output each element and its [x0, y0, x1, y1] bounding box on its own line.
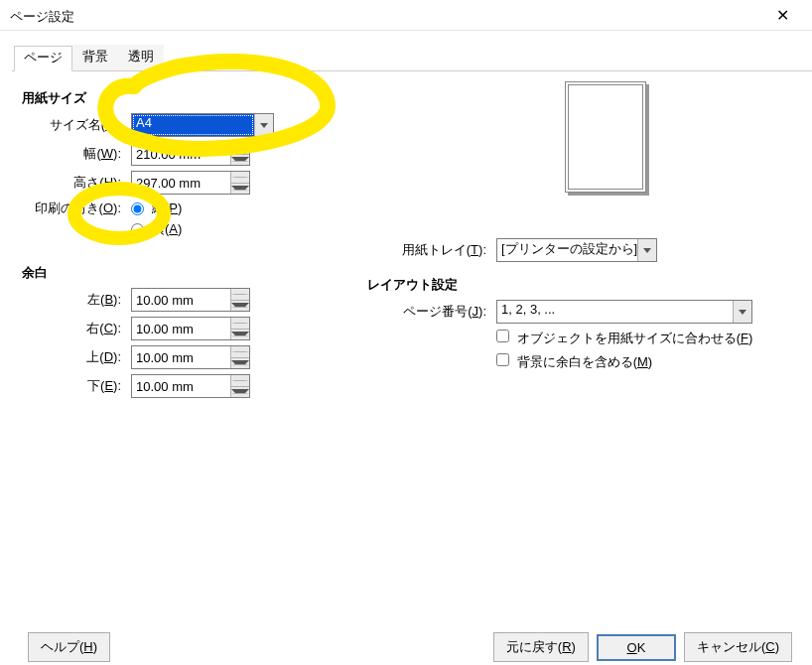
- dropdown-button-icon[interactable]: [733, 301, 751, 323]
- orientation-landscape-label[interactable]: 横(A): [152, 220, 182, 238]
- paper-tray-label: 用紙トレイ(T):: [367, 241, 496, 259]
- cancel-button[interactable]: キャンセル(C): [684, 632, 792, 662]
- fit-objects-label[interactable]: オブジェクトを用紙サイズに合わせる(F): [517, 331, 753, 345]
- chevron-down-icon: [260, 123, 268, 128]
- margin-top-input[interactable]: [132, 346, 230, 368]
- bg-margin-label[interactable]: 背景に余白を含める(M): [517, 354, 653, 369]
- height-spinner[interactable]: [131, 171, 250, 195]
- spinner-down-icon[interactable]: [231, 330, 249, 340]
- margin-top-spinner[interactable]: [131, 345, 250, 369]
- width-label: 幅(W):: [22, 145, 131, 163]
- chevron-down-icon: [643, 248, 651, 253]
- window-title: ページ設定: [10, 5, 762, 26]
- spinner-down-icon[interactable]: [231, 184, 249, 195]
- spinner-up-icon[interactable]: [231, 289, 249, 301]
- chevron-down-icon: [739, 310, 746, 315]
- orientation-label: 印刷の向き(O):: [22, 200, 131, 217]
- height-input[interactable]: [132, 172, 230, 194]
- margin-top-label: 上(D):: [22, 348, 131, 366]
- margin-right-input[interactable]: [132, 318, 230, 339]
- size-name-label: サイズ名(F):: [22, 116, 131, 134]
- margin-bottom-label: 下(E):: [22, 377, 131, 395]
- spinner-down-icon[interactable]: [231, 358, 249, 369]
- bg-margin-checkbox[interactable]: [496, 353, 509, 366]
- orientation-landscape-radio[interactable]: [131, 223, 144, 236]
- height-label: 高さ(H):: [22, 174, 131, 192]
- ok-button[interactable]: OK: [597, 634, 676, 661]
- dropdown-button-icon[interactable]: [254, 114, 273, 136]
- spinner-up-icon[interactable]: [231, 318, 249, 330]
- fit-objects-checkbox[interactable]: [496, 330, 509, 342]
- size-name-dropdown[interactable]: A4: [131, 113, 274, 137]
- dropdown-button-icon[interactable]: [637, 239, 656, 261]
- tab-transparent[interactable]: 透明: [118, 45, 164, 70]
- width-input[interactable]: [132, 143, 230, 165]
- spinner-up-icon[interactable]: [231, 143, 249, 155]
- pagenum-value: 1, 2, 3, ...: [497, 301, 733, 323]
- orientation-portrait-radio[interactable]: [131, 202, 144, 215]
- width-spinner[interactable]: [131, 142, 250, 166]
- margin-right-spinner[interactable]: [131, 317, 250, 340]
- page-preview: [417, 81, 794, 196]
- tab-strip: ページ 背景 透明: [12, 45, 812, 71]
- help-button[interactable]: ヘルプ(H): [28, 632, 110, 662]
- pagenum-label: ページ番号(J):: [367, 303, 496, 321]
- pagenum-dropdown[interactable]: 1, 2, 3, ...: [496, 300, 752, 324]
- margin-right-label: 右(C):: [22, 320, 131, 337]
- margin-bottom-spinner[interactable]: [131, 374, 250, 398]
- spinner-down-icon[interactable]: [231, 301, 249, 312]
- paper-tray-value: [プリンターの設定から]: [497, 239, 637, 261]
- spinner-up-icon[interactable]: [231, 346, 249, 358]
- size-name-value: A4: [132, 114, 254, 136]
- margin-left-input[interactable]: [132, 289, 230, 311]
- tab-page[interactable]: ページ: [14, 46, 72, 71]
- orientation-portrait-label[interactable]: 縦(P): [152, 200, 182, 217]
- layout-heading: レイアウト設定: [367, 276, 794, 294]
- titlebar: ページ設定 ✕: [0, 0, 812, 31]
- spinner-down-icon[interactable]: [231, 155, 249, 166]
- margin-left-label: 左(B):: [22, 291, 131, 309]
- tab-background[interactable]: 背景: [72, 45, 118, 70]
- paper-tray-dropdown[interactable]: [プリンターの設定から]: [496, 238, 657, 262]
- spinner-down-icon[interactable]: [231, 387, 249, 398]
- close-button[interactable]: ✕: [762, 6, 802, 25]
- reset-button[interactable]: 元に戻す(R): [493, 632, 589, 662]
- margin-bottom-input[interactable]: [132, 375, 230, 397]
- dialog-footer: ヘルプ(H) 元に戻す(R) OK キャンセル(C): [0, 620, 812, 665]
- margin-left-spinner[interactable]: [131, 288, 250, 312]
- spinner-up-icon[interactable]: [231, 375, 249, 387]
- spinner-up-icon[interactable]: [231, 172, 249, 184]
